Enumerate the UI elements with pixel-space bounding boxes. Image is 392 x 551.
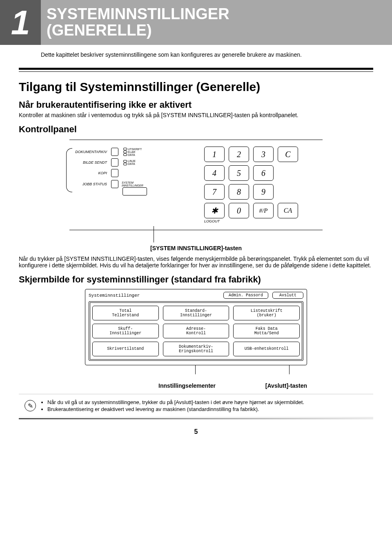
chapter-title-line2: (GENERELLE) [47, 22, 392, 39]
subsection-body-1: Kontroller at maskinen står i ventemodus… [19, 112, 373, 118]
cp-label-bildesendt: BILDE SENDT [74, 160, 107, 164]
control-panel-illustration: DOKUMENTARKIV UTSKRIFT KLAR DATA BILDE S… [69, 140, 323, 251]
note-box: ✎ Når du vil gå ut av systeminnstillinge… [19, 394, 373, 418]
chapter-title: SYSTEMINNSTILLINGER (GENERELLE) [41, 0, 392, 45]
screen-title: Systeminnstillinger [89, 293, 140, 298]
page-number: 5 [0, 428, 392, 435]
logout-label: LOGOUT [204, 219, 306, 223]
section-heading: Tilgang til Systeminnstillinger (Generel… [19, 80, 373, 94]
chapter-title-line1: SYSTEMINNSTILLINGER [47, 6, 392, 22]
note-item-1: Når du vil gå ut av systeminnstillingene… [47, 399, 368, 405]
divider-double [19, 68, 373, 72]
chapter-number: 1 [0, 0, 41, 45]
key-4[interactable]: 4 [204, 165, 225, 181]
setting-standard-innstillinger[interactable]: Standard-Innstillinger [163, 306, 229, 320]
cp-row-kopi: KOPI [74, 168, 188, 178]
key-1[interactable]: 1 [204, 147, 225, 162]
cp-row-dokumentarkiv: DOKUMENTARKIV UTSKRIFT KLAR DATA [74, 147, 188, 157]
callout-settings-elements: Innstillingselementer [158, 382, 216, 389]
key-7[interactable]: 7 [204, 184, 225, 200]
exit-button[interactable]: Avslutt [272, 292, 303, 299]
key-ca[interactable]: CA [278, 203, 298, 218]
pencil-icon: ✎ [24, 400, 36, 411]
system-innstillinger-key[interactable] [122, 187, 147, 196]
key-5[interactable]: 5 [229, 165, 249, 181]
note-item-2: Brukerautentisering er deaktivert ved le… [47, 406, 368, 412]
cp-row-jobstatus: JOBB STATUS SYSTEM INNSTILLINGER [74, 180, 188, 188]
led-label-klar: KLAR [128, 151, 135, 153]
key-hash-p[interactable]: #/P [253, 203, 274, 218]
cp-key-jobstatus[interactable] [111, 180, 118, 188]
cp-label-dokumentarkiv: DOKUMENTARKIV [74, 150, 107, 154]
key-6[interactable]: 6 [253, 165, 274, 181]
callout-exit-key: [Avslutt]-tasten [265, 382, 307, 389]
cp-key-bildesendt[interactable] [111, 158, 118, 167]
setting-dokumentarkiv-eringskontroll[interactable]: Dokumentarkiv-Eringskontroll [163, 342, 229, 356]
key-star[interactable]: ✱ [204, 203, 225, 218]
cp-key-dokumentarkiv[interactable] [111, 148, 118, 156]
key-9[interactable]: 9 [253, 184, 274, 200]
setting-total-tellerstand[interactable]: TotalTellerstand [92, 306, 159, 320]
led-label-data-2: DATA [128, 162, 135, 165]
cp-label-kopi: KOPI [74, 171, 107, 175]
cp-key-kopi[interactable] [111, 169, 118, 177]
chapter-header: 1 SYSTEMINNSTILLINGER (GENERELLE) [0, 0, 392, 45]
keypad: 1 2 3 C 4 5 6 7 8 9 ✱ [204, 147, 306, 223]
control-panel-heading: Kontrollpanel [19, 124, 373, 135]
sysinnst-label-line2: INNSTILLINGER [122, 184, 143, 187]
setting-usb-enhetskontroll[interactable]: USB-enhetskontroll [233, 342, 300, 356]
sysinnst-label-line1: SYSTEM [122, 181, 143, 184]
led-label-data-1: DATA [128, 153, 135, 156]
key-2[interactable]: 2 [229, 147, 249, 162]
pointer-line-sysinnst [154, 226, 154, 242]
setting-listeutskrift-bruker[interactable]: Listeutskrift(bruker) [233, 306, 300, 320]
key-8[interactable]: 8 [229, 184, 249, 200]
setting-skrivertilstand[interactable]: Skrivertilstand [92, 342, 159, 356]
setting-skuff-innstillinger[interactable]: Skuff-Innstillinger [92, 324, 159, 338]
after-cp-body: Når du trykker på [SYSTEM INNSTILLINGER]… [19, 256, 373, 269]
gradient-divider [19, 418, 373, 419]
subsection-heading-2: Skjermbilde for systeminnstillinger (sta… [19, 274, 373, 285]
key-c[interactable]: C [278, 147, 298, 162]
manual-page: 1 SYSTEMINNSTILLINGER (GENERELLE) Dette … [0, 0, 392, 535]
cp-label-jobstatus: JOBB STATUS [74, 182, 107, 186]
control-panel-caption: [SYSTEM INNSTILLINGER]-tasten [69, 245, 323, 251]
key-3[interactable]: 3 [253, 147, 274, 162]
led-label-linje: LINJE [128, 160, 136, 162]
subsection-heading-1: Når brukerautentifisering ikke er aktive… [19, 100, 373, 110]
chapter-intro: Dette kapittelet beskriver systeminnstil… [41, 51, 373, 58]
callout-lines [85, 365, 307, 374]
setting-adresse-kontroll[interactable]: Adresse-Kontroll [163, 324, 229, 338]
callout-labels: Innstillingselementer [Avslutt]-tasten [85, 382, 307, 389]
system-settings-screen: Systeminnstillinger Admin. Passord Avslu… [85, 289, 307, 365]
led-label-utskrift: UTSKRIFT [128, 148, 142, 151]
cp-row-bildesendt: BILDE SENDT LINJE DATA [74, 157, 188, 168]
key-0[interactable]: 0 [229, 203, 249, 218]
admin-password-button[interactable]: Admin. Passord [223, 292, 268, 299]
setting-faks-data[interactable]: Faks DataMotta/Send [233, 324, 300, 338]
